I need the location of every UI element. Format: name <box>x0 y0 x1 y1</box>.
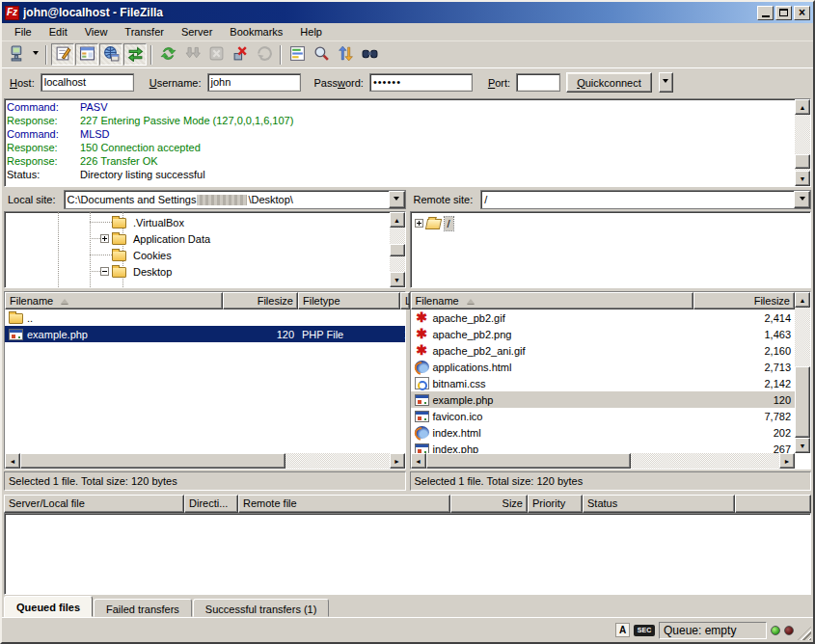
queue-status-text: Queue: empty <box>659 622 767 639</box>
local-tree-scrollbar[interactable]: ▲ ▼ <box>390 212 405 287</box>
port-input[interactable] <box>516 73 560 92</box>
scroll-up-icon[interactable]: ▲ <box>795 292 810 308</box>
column-header-l[interactable]: L <box>400 292 410 309</box>
log-line-text: MLSD <box>80 127 110 141</box>
cancel-operation-button[interactable] <box>204 43 228 66</box>
filename-cell: .. <box>5 309 223 326</box>
remote-vertical-scrollbar[interactable]: ▲ ▼ <box>795 292 810 453</box>
tree-item-label: Desktop <box>130 265 175 279</box>
password-input[interactable]: •••••• <box>369 73 473 92</box>
file-row-apache-pb2-ani-gif[interactable]: apache_pb2_ani.gif2,160 <box>411 342 796 359</box>
directory-comparison-button[interactable] <box>310 43 333 66</box>
filter-button[interactable] <box>285 43 309 66</box>
local-horizontal-scrollbar[interactable]: ◄ ► <box>5 453 405 469</box>
toggle-remote-tree-button[interactable] <box>99 43 122 66</box>
broken-image-icon <box>415 344 429 357</box>
tree-item-desktop[interactable]: Desktop <box>5 263 390 280</box>
column-header-filesize[interactable]: Filesize <box>223 292 298 309</box>
minimize-button[interactable] <box>757 6 774 20</box>
disconnect-button[interactable] <box>229 43 252 66</box>
file-row-bitnami-css[interactable]: bitnami.css2,142 <box>411 375 796 391</box>
scroll-up-icon[interactable]: ▲ <box>390 212 405 228</box>
menu-item-help[interactable]: Help <box>291 24 331 40</box>
site-manager-dropdown-button[interactable] <box>29 43 41 66</box>
menu-item-edit[interactable]: Edit <box>41 24 76 40</box>
tree-item--[interactable]: / <box>411 214 811 230</box>
filesize-cell: 2,160 <box>693 342 795 359</box>
column-header-filesize[interactable]: Filesize <box>693 292 795 309</box>
refresh-button[interactable] <box>156 43 179 66</box>
column-header-filetype[interactable]: Filetype <box>298 292 400 309</box>
queue-column-status[interactable]: Status <box>583 495 735 513</box>
username-input[interactable]: john <box>207 73 301 92</box>
log-line: Response:226 Transfer OK <box>7 154 793 168</box>
toggle-transfer-queue-button[interactable] <box>123 43 147 66</box>
file-row-apache-pb2-gif[interactable]: apache_pb2.gif2,414 <box>411 309 796 326</box>
queue-column-empty[interactable] <box>735 495 811 513</box>
remote-site-dropdown-button[interactable] <box>794 191 810 208</box>
remote-site-combobox[interactable]: / <box>480 190 811 209</box>
file-row-example-php[interactable]: example.php120 <box>411 391 796 408</box>
file-row-favicon-ico[interactable]: favicon.ico7,782 <box>411 408 796 424</box>
reconnect-button[interactable] <box>253 43 276 66</box>
host-input[interactable]: localhost <box>41 73 134 92</box>
expand-icon[interactable] <box>100 234 109 243</box>
queue-column-size[interactable]: Size <box>450 495 528 513</box>
scroll-down-icon[interactable]: ▼ <box>390 272 405 287</box>
quickconnect-dropdown-button[interactable] <box>659 72 673 93</box>
file-row-apache-pb2-png[interactable]: apache_pb2.png1,463 <box>411 326 796 342</box>
message-log-scrollbar[interactable]: ▲ ▼ <box>795 99 810 186</box>
find-files-button[interactable] <box>358 43 381 66</box>
tab-queued-files[interactable]: Queued files <box>4 596 93 617</box>
menu-item-transfer[interactable]: Transfer <box>116 24 173 40</box>
scroll-left-icon[interactable]: ◄ <box>5 453 20 469</box>
scroll-up-icon[interactable]: ▲ <box>795 99 810 115</box>
resize-grip[interactable] <box>798 627 811 640</box>
file-row-example-php[interactable]: example.php120PHP File1 <box>5 326 405 342</box>
menu-item-server[interactable]: Server <box>173 24 221 40</box>
remote-horizontal-scrollbar[interactable]: ◄ ► <box>411 453 796 469</box>
toggle-message-log-button[interactable] <box>51 43 74 66</box>
file-row-index-html[interactable]: index.html202 <box>411 424 796 441</box>
local-site-dropdown-button[interactable] <box>389 191 405 208</box>
tree-connector <box>90 222 112 223</box>
local-site-combobox[interactable]: C:\Documents and Settings\Desktop\ <box>64 190 406 209</box>
expand-icon[interactable] <box>415 219 423 228</box>
scroll-down-icon[interactable]: ▼ <box>795 438 810 453</box>
menu-item-file[interactable]: File <box>6 24 41 40</box>
file-row--[interactable]: .. <box>5 309 405 326</box>
menu-item-view[interactable]: View <box>76 24 117 40</box>
scroll-left-icon[interactable]: ◄ <box>411 453 426 469</box>
scroll-down-icon[interactable]: ▼ <box>795 171 810 186</box>
close-button[interactable]: × <box>794 6 810 20</box>
scroll-right-icon[interactable]: ► <box>779 453 795 469</box>
queue-column-remote-file[interactable]: Remote file <box>238 495 450 513</box>
log-line-text: 226 Transfer OK <box>80 154 158 168</box>
tab-successful-transfers-1-[interactable]: Successful transfers (1) <box>193 599 330 617</box>
menu-item-bookmarks[interactable]: Bookmarks <box>221 24 291 40</box>
filename-text: apache_pb2.png <box>433 329 512 340</box>
tree-item-application-data[interactable]: Application Data <box>5 230 390 247</box>
tree-item--virtualbox[interactable]: .VirtualBox <box>5 214 390 230</box>
toggle-local-tree-button[interactable] <box>75 43 98 66</box>
filename-cell: apache_pb2.png <box>411 326 694 342</box>
file-row-applications-html[interactable]: applications.html2,713 <box>411 359 796 375</box>
tree-item-label: / <box>445 217 453 230</box>
scroll-right-icon[interactable]: ► <box>390 453 405 469</box>
maximize-button[interactable] <box>775 6 792 20</box>
queue-body[interactable] <box>4 513 811 595</box>
quickconnect-button[interactable]: Quickconnect <box>566 72 652 93</box>
tree-item-cookies[interactable]: Cookies <box>5 247 390 263</box>
column-header-filename[interactable]: Filename <box>5 292 223 309</box>
tab-failed-transfers[interactable]: Failed transfers <box>94 599 192 617</box>
site-manager-button[interactable] <box>5 43 28 66</box>
queue-column-directi-[interactable]: Directi... <box>184 495 238 513</box>
process-queue-button[interactable] <box>180 43 204 66</box>
collapse-icon[interactable] <box>100 267 109 276</box>
synchronized-browsing-button[interactable] <box>334 43 357 66</box>
filename-text: applications.html <box>433 362 512 373</box>
queue-column-priority[interactable]: Priority <box>528 495 583 513</box>
queue-column-server-local-file[interactable]: Server/Local file <box>4 495 184 513</box>
column-header-filename[interactable]: Filename <box>411 292 694 309</box>
column-header-label: Filename <box>416 295 459 307</box>
